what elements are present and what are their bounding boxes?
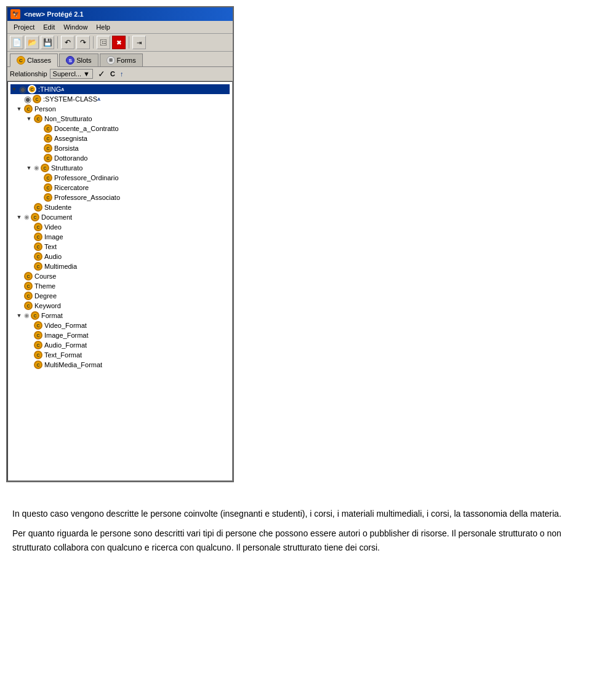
tree-node-video[interactable]: C Video [10,222,230,232]
save-btn[interactable]: 💾 [41,36,54,49]
expand-assegnista [35,135,42,142]
label-non-strutturato: Non_Strutturato [44,115,92,122]
expand-document[interactable]: ▼ [15,213,23,221]
expand-sysclass [15,95,23,103]
class-tree[interactable]: ▼ ◉ C :THING A ◉ C :SYSTEM-CLASS A ▼ C P… [7,81,233,481]
tree-node-borsista[interactable]: C Borsista [10,143,230,153]
tree-node-studente[interactable]: C Studente [10,202,230,212]
relationship-bar: Relationship Supercl... ▼ ✓ C ↑ [7,67,233,81]
copy-btn[interactable]: ⿷ [97,36,110,49]
label-audio-format: Audio_Format [44,341,87,349]
class-icon-document: C [31,213,39,221]
expand-non-strutt[interactable]: ▼ [25,115,33,122]
label-multimedia-format: MultiMedia_Format [44,361,102,368]
tab-slots[interactable]: S Slots [59,54,98,66]
expand-prof-assoc [35,194,42,201]
menu-project[interactable]: Project [10,22,38,32]
tree-node-multimedia[interactable]: C Multimedia [10,261,230,271]
expand-dottorando [35,154,42,162]
tree-node-course[interactable]: C Course [10,271,230,281]
tree-node-thing[interactable]: ▼ ◉ C :THING A [10,84,230,94]
tree-node-multimedia-format[interactable]: C MultiMedia_Format [10,360,230,370]
label-studente: Studente [44,204,71,211]
up-arrow-btn[interactable]: ↑ [120,70,124,78]
tree-node-assegnista[interactable]: C Assegnista [10,133,230,143]
label-course: Course [34,272,56,280]
class-icon-strutturato: C [41,164,49,172]
undo-btn[interactable]: ↶ [61,36,74,49]
class-icon-borsista: C [44,144,52,153]
tree-node-theme[interactable]: C Theme [10,281,230,291]
menu-edit[interactable]: Edit [39,22,58,32]
class-icon-assegnista: C [44,134,52,143]
checkmark-btn[interactable]: ✓ [98,69,105,79]
tree-node-prof-assoc[interactable]: C Professore_Associato [10,193,230,202]
class-icon-text-format: C [34,351,42,359]
label-document: Document [41,213,72,221]
class-icon-person: C [24,105,33,113]
tabs-bar: C Classes S Slots ⊞ Forms [7,52,233,67]
label-text-format: Text_Format [44,351,82,359]
new-btn[interactable]: 📄 [10,36,23,49]
label-degree: Degree [34,292,57,300]
tree-node-non-strutturato[interactable]: ▼ C Non_Strutturato [10,114,230,124]
class-icon-video: C [34,223,42,231]
class-icon-format: C [31,311,39,320]
tree-node-docente[interactable]: C Docente_a_Contratto [10,124,230,133]
c-btn[interactable]: C [110,70,115,78]
tree-node-prof-ord[interactable]: C Professore_Ordinario [10,173,230,183]
open-btn[interactable]: 📂 [25,36,39,49]
expand-person[interactable]: ▼ [15,105,23,113]
expand-image [25,233,33,241]
label-borsista: Borsista [54,145,79,152]
class-icon-dottorando: C [44,154,52,162]
tree-node-text-format[interactable]: C Text_Format [10,350,230,360]
delete-btn[interactable]: ✖ [112,36,126,49]
tree-node-degree[interactable]: C Degree [10,291,230,301]
tab-classes[interactable]: C Classes [10,54,58,67]
class-icon-multimedia: C [34,262,42,271]
slots-tab-label: Slots [76,57,91,64]
expand-multimedia-format [25,361,33,368]
indent-btn[interactable]: ⇥ [132,36,146,49]
expand-strutturato[interactable]: ▼ [25,164,33,172]
class-icon-audio-format: C [34,341,42,349]
slots-tab-icon: S [66,56,74,65]
expand-thing[interactable]: ▼ [10,86,18,93]
description-paragraph-2: Per quanto riguarda le persone sono desc… [12,527,579,554]
class-icon-image-format: C [34,331,42,340]
relationship-select-arrow: ▼ [83,70,90,78]
tree-node-video-format[interactable]: C Video_Format [10,320,230,330]
tree-node-image-format[interactable]: C Image_Format [10,330,230,340]
expand-video [25,223,33,231]
tree-node-strutturato[interactable]: ▼ ◉ C Strutturato [10,163,230,173]
class-icon-studente: C [34,203,42,212]
class-icon-system: C [33,95,41,103]
class-icon-thing: C [28,85,36,93]
tree-node-audio[interactable]: C Audio [10,252,230,261]
relationship-select[interactable]: Supercl... ▼ [50,69,93,79]
tree-node-dottorando[interactable]: C Dottorando [10,153,230,163]
tree-node-keyword[interactable]: C Keyword [10,301,230,311]
tree-node-ricercatore[interactable]: C Ricercatore [10,183,230,193]
bullet-strutturato: ◉ [34,165,39,171]
menu-window[interactable]: Window [60,22,91,32]
tree-node-format[interactable]: ▼ ◉ C Format [10,311,230,320]
tree-node-system-class[interactable]: ◉ C :SYSTEM-CLASS A [10,94,230,104]
redo-btn[interactable]: ↷ [76,36,90,49]
tab-forms[interactable]: ⊞ Forms [100,54,143,66]
expand-multimedia [25,263,33,270]
class-icon-prof-assoc: C [44,193,52,202]
tree-node-document[interactable]: ▼ ◉ C Document [10,212,230,222]
expand-format[interactable]: ▼ [15,312,23,319]
tree-node-image[interactable]: C Image [10,232,230,242]
menu-help[interactable]: Help [92,22,114,32]
tree-node-text[interactable]: C Text [10,242,230,252]
tree-node-person[interactable]: ▼ C Person [10,104,230,114]
label-theme: Theme [34,282,55,290]
expand-borsista [35,145,42,152]
tree-node-audio-format[interactable]: C Audio_Format [10,340,230,350]
class-icon-non-strutt: C [34,114,42,123]
expand-video-format [25,322,33,329]
title-bar: 🦅 <new> Protégé 2.1 [7,7,233,21]
